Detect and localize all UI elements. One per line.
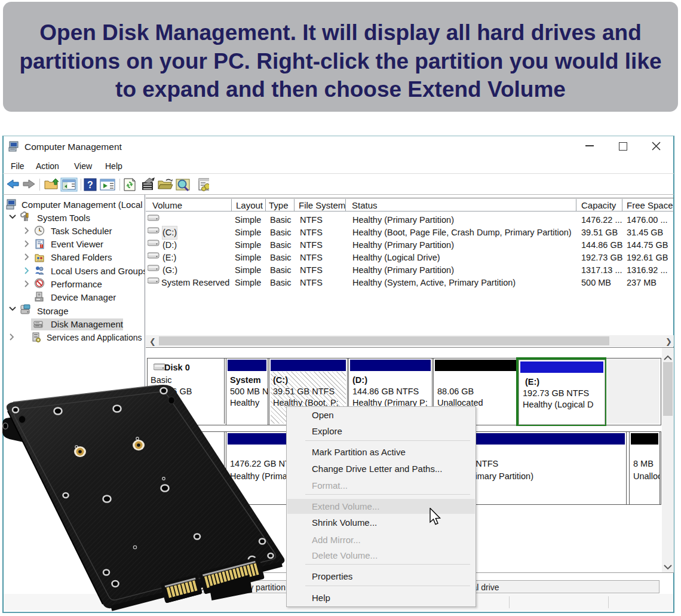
svg-text:!: ! <box>41 244 42 248</box>
svg-text:?: ? <box>87 180 93 190</box>
